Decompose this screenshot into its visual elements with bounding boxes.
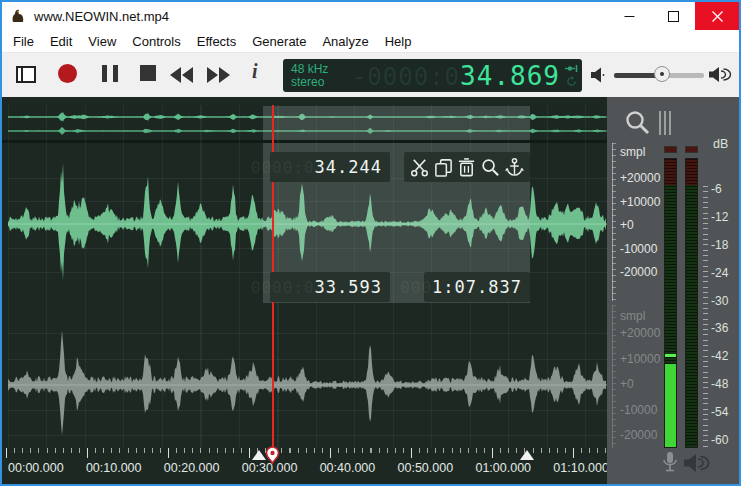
lcd-display[interactable]: 48 kHz stereo -0000:034.869 [283, 59, 582, 92]
db-tick: -18 [711, 239, 728, 252]
upper-scale-bracket [612, 143, 616, 301]
db-tick: -54 [711, 406, 728, 419]
menu-item[interactable]: File [5, 31, 42, 52]
db-unit-label: dB [713, 137, 728, 151]
maximize-button[interactable] [651, 2, 695, 30]
panel-icon [21, 68, 23, 81]
menu-item[interactable]: Help [377, 31, 420, 52]
loop-icon[interactable] [566, 76, 577, 87]
timeline-label: 00:40.000 [320, 461, 376, 475]
selection-length-ghost: 0000:0 [251, 158, 315, 177]
menu-item[interactable]: Analyze [314, 31, 376, 52]
menu-item[interactable]: Generate [244, 31, 314, 52]
position-value: 34.869 [460, 61, 560, 91]
db-tick: -12 [711, 211, 728, 224]
menu-item[interactable]: Effects [189, 31, 245, 52]
level-meter-left [664, 158, 677, 448]
selection-toolbar [404, 152, 530, 182]
lower-scale-unit: smpl [620, 309, 645, 323]
cut-button[interactable] [409, 157, 430, 178]
timeline-label: 01:00.000 [475, 461, 531, 475]
right-panel: smpl +20000+10000+0-10000-20000 smpl +20… [607, 97, 739, 484]
position-readout: -0000:034.869 [328, 61, 560, 91]
selection-finish-readout: 0001:07.837 [424, 272, 530, 302]
selection-start-readout: 0000:033.593 [270, 272, 390, 302]
window-title: www.NEOWIN.net.mp4 [34, 9, 169, 24]
timeline-labels: 00:00.00000:10.00000:20.00000:30.00000:4… [8, 461, 609, 475]
anchor-button[interactable] [504, 157, 525, 178]
close-icon [712, 11, 723, 22]
selection-start-value: 33.593 [315, 277, 382, 297]
app-window: www.NEOWIN.net.mp4 FileEditViewControlsE… [0, 0, 741, 486]
microphone-icon[interactable] [660, 451, 680, 475]
db-tick-marks [703, 186, 708, 448]
rewind-button[interactable] [170, 67, 194, 83]
menu-bar: FileEditViewControlsEffectsGenerateAnaly… [2, 30, 739, 53]
app-icon [10, 8, 26, 24]
selection-finish-value: 1:07.837 [432, 277, 522, 297]
control-window-button[interactable] [16, 66, 36, 83]
clip-indicator-right [685, 146, 698, 153]
db-tick: -60 [711, 434, 728, 447]
selection-start-ghost: 0000:0 [251, 278, 315, 297]
maximize-icon [668, 11, 679, 22]
lower-scale-bracket [612, 305, 616, 448]
menu-item[interactable]: Controls [124, 31, 188, 52]
db-tick: -30 [711, 295, 728, 308]
selection-end-marker[interactable] [520, 450, 534, 460]
menu-item[interactable]: View [80, 31, 124, 52]
selection-finish-ghost: 000 [400, 278, 432, 297]
selection-length-value: 34.244 [315, 157, 382, 177]
timeline-label: 01:10.000 [553, 461, 609, 475]
upper-scale-unit: smpl [620, 145, 645, 159]
volume-slider-thumb[interactable] [654, 66, 670, 82]
close-button[interactable] [695, 2, 739, 30]
db-tick: -36 [711, 322, 728, 335]
level-meter-right [685, 158, 698, 448]
selection-length-readout: 0000:034.244 [270, 152, 390, 182]
db-scale: -6-12-18-24-30-36-42-48-54-60 [711, 183, 728, 447]
delete-button[interactable] [456, 157, 477, 178]
zoom-selection-button[interactable] [480, 157, 501, 178]
menu-item[interactable]: Edit [42, 31, 80, 52]
info-button[interactable]: i [252, 60, 258, 83]
sample-rate-label: 48 kHz stereo [291, 63, 328, 89]
waveform-right-channel[interactable] [8, 303, 607, 448]
position-ghost-digits: -0000:0 [352, 63, 460, 91]
timeline-label: 00:50.000 [398, 461, 454, 475]
stop-button[interactable] [140, 65, 156, 81]
db-tick: -42 [711, 350, 728, 363]
minimize-icon [624, 11, 635, 22]
ruler-major-ticks [6, 448, 607, 458]
timeline-label: 00:00.000 [8, 461, 64, 475]
fast-forward-button[interactable] [206, 67, 230, 83]
db-tick: -48 [711, 378, 728, 391]
zoom-tool-icon[interactable] [624, 109, 651, 136]
volume-down-icon[interactable] [590, 67, 608, 83]
volume-up-icon[interactable] [708, 66, 728, 83]
main-content: 0000:034.244 [2, 97, 739, 484]
record-button[interactable] [58, 64, 77, 83]
copy-button[interactable] [433, 157, 454, 178]
level-bar-left [665, 364, 676, 447]
peak-hold-left [665, 354, 676, 357]
waveform-area[interactable]: 0000:034.244 [2, 97, 607, 484]
pause-button[interactable] [102, 65, 118, 82]
title-bar: www.NEOWIN.net.mp4 [2, 2, 739, 30]
panel-grip-handle[interactable] [659, 111, 671, 135]
timeline-label: 00:30.000 [242, 461, 298, 475]
minimize-button[interactable] [607, 2, 651, 30]
db-tick: -24 [711, 267, 728, 280]
marker-mode-icon[interactable] [565, 64, 578, 73]
monitor-speaker-icon[interactable] [683, 453, 707, 473]
db-tick: -6 [711, 183, 728, 196]
timeline-label: 00:10.000 [86, 461, 142, 475]
time-ruler[interactable] [2, 448, 607, 462]
timeline-label: 00:20.000 [164, 461, 220, 475]
clip-indicator-left [664, 146, 677, 153]
toolbar: i 48 kHz stereo -0000:034.869 [2, 53, 739, 97]
